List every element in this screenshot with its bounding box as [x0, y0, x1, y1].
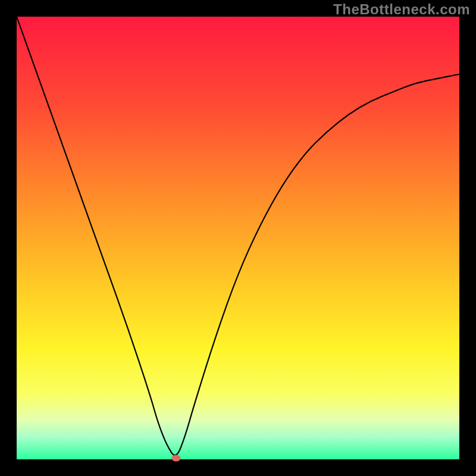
watermark-text: TheBottleneck.com — [333, 1, 470, 18]
bottleneck-curve — [17, 17, 459, 455]
chart-canvas: TheBottleneck.com — [0, 0, 476, 476]
optimal-marker — [171, 455, 180, 462]
curve-svg — [17, 17, 459, 459]
